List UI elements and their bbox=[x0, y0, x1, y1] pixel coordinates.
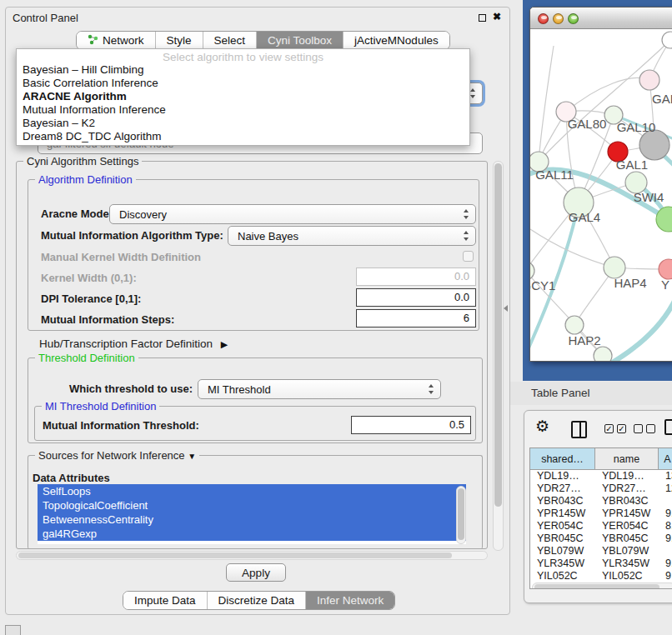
dropdown-item-bayesian-k2[interactable]: Bayesian – K2 bbox=[17, 117, 469, 130]
table-row[interactable]: YER054CYER054C8. bbox=[530, 520, 672, 532]
mi-threshold-field[interactable]: 0.5 bbox=[351, 416, 471, 434]
table-panel-header: Table Panel bbox=[510, 382, 672, 405]
mi-threshold-group-title: MI Threshold Definition bbox=[42, 400, 159, 412]
tab-network[interactable]: Network bbox=[77, 32, 155, 49]
cyni-settings-group-title: Cyni Algorithm Settings bbox=[23, 155, 142, 168]
float-window-icon[interactable] bbox=[479, 14, 486, 22]
dropdown-item-aracne-algorithm[interactable]: ARACNE Algorithm bbox=[17, 90, 469, 103]
column-header-a[interactable]: A bbox=[659, 448, 672, 470]
network-node[interactable] bbox=[662, 32, 672, 48]
deselect-all-checkbox-icon[interactable] bbox=[646, 424, 655, 433]
which-threshold-label: Which threshold to use: bbox=[69, 382, 193, 395]
scrollbar-thumb[interactable] bbox=[458, 488, 464, 540]
data-attributes-label: Data Attributes bbox=[33, 472, 110, 484]
settings-hscrollbar[interactable] bbox=[16, 551, 488, 560]
gear-icon[interactable]: ⚙ bbox=[535, 417, 549, 436]
table-row[interactable]: YDL19…YDL19…13 bbox=[530, 470, 672, 482]
tab-cyni-toolbox[interactable]: Cyni Toolbox bbox=[256, 32, 343, 49]
table-row[interactable]: YPR145WYPR145W9. bbox=[530, 508, 672, 520]
tab-impute-data[interactable]: Impute Data bbox=[123, 592, 207, 609]
scrollbar-thumb[interactable] bbox=[18, 552, 452, 558]
network-node[interactable] bbox=[594, 347, 612, 361]
dropdown-item-dream8-dc-tdc-algorithm[interactable]: Dream8 DC_TDC Algorithm bbox=[17, 130, 469, 143]
network-node[interactable] bbox=[659, 259, 672, 279]
deselect-all-checkbox-icon[interactable] bbox=[634, 424, 643, 433]
sources-group-title: Sources for Network Inference ▼ bbox=[35, 449, 199, 462]
split-columns-icon[interactable] bbox=[571, 421, 587, 438]
node-label-gal11: GAL11 bbox=[535, 168, 574, 182]
kernel-width-field[interactable]: 0.0 bbox=[356, 268, 476, 286]
table-row[interactable]: YIL052CYIL052C9 bbox=[530, 570, 672, 582]
manual-kernel-width-checkbox[interactable] bbox=[463, 251, 474, 262]
settings-vscrollbar[interactable] bbox=[493, 161, 504, 551]
data-attributes-list[interactable]: SelfLoopsTopologicalCoefficientBetweenne… bbox=[38, 484, 466, 544]
network-graph-canvas[interactable]: GALGAL80GAL10GAL1GAL11SWI4GAL4GCY1HAP4YH… bbox=[530, 29, 672, 362]
threshold-definition-title: Threshold Definition bbox=[35, 352, 138, 364]
table-row[interactable]: YBR045CYBR045C9. bbox=[530, 532, 672, 545]
tab-label: Impute Data bbox=[134, 594, 196, 607]
tab-label: Style bbox=[167, 34, 192, 47]
node-label-swi4: SWI4 bbox=[634, 190, 664, 204]
attribute-item-selfloops[interactable]: SelfLoops bbox=[38, 484, 466, 498]
node-table: shared…nameA YDL19…YDL19…13YDR27…YDR27…1… bbox=[529, 448, 672, 589]
mi-algorithm-type-value: Naive Bayes bbox=[238, 230, 298, 242]
minimize-traffic-light-icon[interactable] bbox=[553, 13, 564, 24]
network-node[interactable] bbox=[639, 130, 669, 160]
column-header-name[interactable]: name bbox=[595, 448, 659, 470]
network-node[interactable] bbox=[639, 70, 659, 90]
collapse-triangle-icon[interactable]: ▼ bbox=[188, 452, 196, 461]
table-cell: YBL079W bbox=[530, 545, 595, 558]
algorithm-definition-title: Algorithm Definition bbox=[35, 173, 136, 186]
table-cell: YDR27… bbox=[595, 482, 659, 495]
dropdown-item-mutual-information-inference[interactable]: Mutual Information Inference bbox=[17, 103, 469, 117]
dpi-tolerance-field[interactable]: 0.0 bbox=[356, 288, 476, 307]
table-row[interactable]: YDR27…YDR27…12 bbox=[530, 482, 672, 495]
tab-infer-network[interactable]: Infer Network bbox=[305, 592, 394, 609]
table-cell: YDL19… bbox=[530, 470, 595, 482]
column-header-shared[interactable]: shared… bbox=[530, 448, 595, 470]
mi-algorithm-type-combobox[interactable]: Naive Bayes bbox=[228, 226, 476, 246]
zoom-traffic-light-icon[interactable] bbox=[568, 13, 579, 24]
tab-style[interactable]: Style bbox=[155, 32, 203, 49]
dropdown-item-basic-correlation-inference[interactable]: Basic Correlation Inference bbox=[17, 77, 469, 90]
select-all-checkbox-icon[interactable]: ✓ bbox=[604, 424, 614, 433]
attribute-item-gal4rgexp[interactable]: gal4RGexp bbox=[38, 527, 466, 541]
hub-definition-toggle[interactable]: Hub/Transcription Factor Definition ▶ bbox=[39, 338, 228, 350]
dropdown-item-bayesian-hill-climbing[interactable]: Bayesian – Hill Climbing bbox=[17, 63, 469, 77]
table-hscrollbar[interactable] bbox=[532, 582, 672, 589]
attributes-list-scrollbar[interactable] bbox=[456, 486, 466, 544]
minimized-panel-icon[interactable] bbox=[5, 625, 21, 635]
new-table-page-icon[interactable] bbox=[664, 419, 672, 435]
close-traffic-light-icon[interactable] bbox=[538, 13, 549, 24]
table-row[interactable]: YBL079WYBL079W bbox=[530, 545, 672, 558]
close-icon[interactable]: ✖ bbox=[493, 11, 501, 22]
table-browser-window: ⚙ ✓ ✓ shared…nameA YDL19…YDL19…13YDR27…Y… bbox=[524, 410, 672, 603]
control-panel-title: Control Panel bbox=[13, 12, 78, 24]
table-row[interactable]: YLR345WYLR345W9. bbox=[530, 558, 672, 570]
scrollbar-thumb[interactable] bbox=[534, 584, 659, 589]
select-all-checkbox-icon[interactable]: ✓ bbox=[617, 424, 626, 433]
network-edge[interactable] bbox=[566, 78, 649, 112]
tab-jactivemnodules[interactable]: jActiveMNodules bbox=[343, 32, 449, 49]
network-edge[interactable] bbox=[539, 46, 554, 162]
splitter-collapse-icon[interactable] bbox=[504, 305, 508, 312]
table-row[interactable]: YBR043CYBR043C bbox=[530, 495, 672, 508]
network-node[interactable] bbox=[530, 262, 534, 280]
network-window-titlebar[interactable] bbox=[530, 8, 672, 29]
mi-threshold-label: Mutual Information Threshold: bbox=[43, 419, 199, 432]
scrollbar-thumb[interactable] bbox=[494, 163, 502, 507]
apply-button[interactable]: Apply bbox=[226, 563, 286, 582]
attribute-item-betweennesscentrality[interactable]: BetweennessCentrality bbox=[38, 512, 466, 527]
which-threshold-combobox[interactable]: MI Threshold bbox=[198, 379, 441, 399]
mi-steps-field[interactable]: 6 bbox=[356, 309, 476, 328]
table-cell: YDR27… bbox=[530, 482, 595, 495]
manual-kernel-width-label: Manual Kernel Width Definition bbox=[41, 251, 201, 263]
aracne-mode-combobox[interactable]: Discovery bbox=[109, 204, 476, 224]
tab-select[interactable]: Select bbox=[203, 32, 257, 49]
table-cell: 9. bbox=[659, 508, 672, 520]
attribute-item-topologicalcoefficient[interactable]: TopologicalCoefficient bbox=[38, 498, 466, 512]
tab-discretize-data[interactable]: Discretize Data bbox=[207, 592, 306, 609]
table-cell: YLR345W bbox=[530, 558, 595, 570]
network-node[interactable] bbox=[565, 316, 584, 334]
aracne-mode-label: Aracne Mode: bbox=[41, 208, 113, 220]
